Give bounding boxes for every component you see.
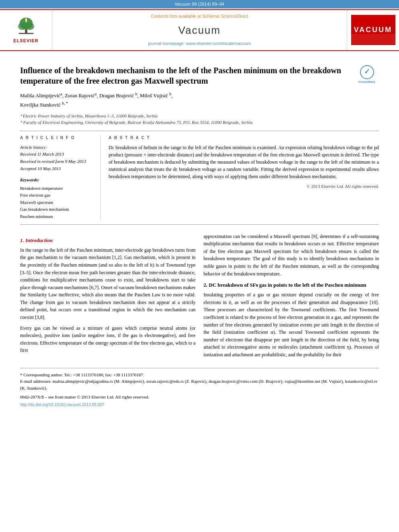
svg-rect-4 bbox=[19, 33, 33, 34]
footer-note: * Corresponding author. Tel.: +38 111337… bbox=[20, 372, 379, 378]
article-info-heading: A R T I C L E I N F O bbox=[20, 135, 94, 141]
authors-line: Mališa Alimpijevića, Zoran Rajovića, Dra… bbox=[20, 91, 379, 109]
author-text: Mališa Alimpijevića, Zoran Rajovića, Dra… bbox=[20, 92, 173, 99]
vacuum-logo-image: VACUUM bbox=[351, 15, 395, 45]
elsevier-label: ELSEVIER bbox=[13, 38, 38, 44]
elsevier-logo-box: ELSEVIER bbox=[0, 10, 52, 50]
keyword-3: Maxwell spectrum bbox=[20, 199, 94, 206]
journal-homepage: journal homepage: www.elsevier.com/locat… bbox=[148, 41, 251, 47]
keyword-4: Gas breakdown mechanism bbox=[20, 206, 94, 213]
abstract-text: Dc breakdown of helium in the range to t… bbox=[109, 144, 379, 180]
accepted-date: Accepted 10 May 2013 bbox=[20, 165, 94, 173]
title-text: Influence of the breakdown mechanism to … bbox=[20, 66, 341, 85]
keywords-label: Keywords: bbox=[20, 177, 94, 183]
sciverse-prefix: Contents lists available at bbox=[151, 14, 202, 18]
vacuum-logo-box: VACUUM bbox=[347, 10, 399, 50]
keyword-5: Paschen minimum bbox=[20, 213, 94, 220]
elsevier-tree-icon bbox=[14, 16, 38, 36]
info-abstract-section: A R T I C L E I N F O Article history: R… bbox=[20, 135, 379, 220]
author-text-2: Koviljka Stanković b, * bbox=[20, 102, 68, 108]
sciverse-name-part1: SciVerse bbox=[202, 14, 221, 18]
section2-para1: Insulating properties of a gas or gas mi… bbox=[204, 291, 379, 358]
article-title: Influence of the breakdown mechanism to … bbox=[20, 65, 379, 86]
journal-center: Contents lists available at SciVerse Sci… bbox=[52, 10, 347, 50]
article-info-col: A R T I C L E I N F O Article history: R… bbox=[20, 135, 101, 220]
homepage-url: www.elsevier.com/locate/vacuum bbox=[186, 41, 251, 46]
abstract-col: A B S T R A C T Dc breakdown of helium i… bbox=[109, 135, 379, 220]
affiliations: ᵃ Electric Power Industry of Serbia, Mas… bbox=[20, 113, 379, 126]
footer-emails: E-mail addresses: malisa.alimpijevic@edj… bbox=[20, 378, 379, 391]
main-content: Influence of the breakdown mechanism to … bbox=[0, 51, 399, 416]
volume-info: Vacuum 99 (2014) 89–94 bbox=[0, 0, 399, 8]
body-right-col: approximation can be considered a Maxwel… bbox=[204, 233, 379, 362]
volume-text: Vacuum 99 (2014) 89–94 bbox=[175, 2, 224, 6]
section1-title: 1. Introduction bbox=[20, 237, 195, 244]
section1-para2: Every gas can be viewed as a mixture of … bbox=[20, 325, 195, 354]
copyright-text: © 2013 Elsevier Ltd. All rights reserved… bbox=[109, 183, 379, 189]
abstract-heading: A B S T R A C T bbox=[109, 135, 379, 141]
section1-right-para1: approximation can be considered a Maxwel… bbox=[204, 233, 379, 278]
body-divider bbox=[20, 224, 379, 225]
crossmark-badge: ✓ CrossMark bbox=[355, 65, 379, 85]
svg-point-6 bbox=[25, 18, 27, 20]
affiliation-a: ᵃ Electric Power Industry of Serbia, Mas… bbox=[20, 113, 379, 119]
received-revised: Received in revised form 9 May 2013 bbox=[20, 158, 94, 165]
section2-title: 2. DC breakdown of SF₆ gas in points to … bbox=[204, 281, 379, 289]
received-date: Received 11 March 2013 bbox=[20, 151, 94, 158]
journal-header: ELSEVIER Contents lists available at Sci… bbox=[0, 9, 399, 51]
body-content: 1. Introduction In the range to the left… bbox=[20, 233, 379, 362]
crossmark-icon: ✓ bbox=[360, 65, 374, 79]
journal-title-display: Vacuum bbox=[178, 23, 220, 37]
footer-section: * Corresponding author. Tel.: +38 111337… bbox=[20, 368, 379, 408]
homepage-prefix: journal homepage: bbox=[148, 41, 186, 46]
keyword-1: Breakdown temperature bbox=[20, 185, 94, 192]
crossmark-label: CrossMark bbox=[358, 80, 375, 84]
body-left-col: 1. Introduction In the range to the left… bbox=[20, 233, 195, 362]
footer-doi: http://dx.doi.org/10.1016/j.vacuum.2013.… bbox=[20, 402, 379, 408]
vacuum-logo-text: VACUUM bbox=[354, 25, 393, 35]
svg-point-2 bbox=[25, 23, 34, 30]
keyword-2: Free electron gas bbox=[20, 192, 94, 199]
article-history: Article history: Received 11 March 2013 … bbox=[20, 144, 94, 172]
header-divider bbox=[20, 131, 379, 131]
sciverse-link: Contents lists available at SciVerse Sci… bbox=[151, 13, 248, 19]
sciverse-name-part2: ScienceDirect bbox=[221, 14, 248, 18]
affiliation-b: ᵇ Faculty of Electrical Engineering, Uni… bbox=[20, 119, 379, 126]
history-label: Article history: bbox=[20, 144, 94, 151]
keywords-section: Keywords: Breakdown temperature Free ele… bbox=[20, 177, 94, 220]
footer-issn: 0042-207X/$ – see front matter © 2013 El… bbox=[20, 394, 379, 401]
section1-para1: In the range to the left of the Paschen … bbox=[20, 246, 195, 321]
